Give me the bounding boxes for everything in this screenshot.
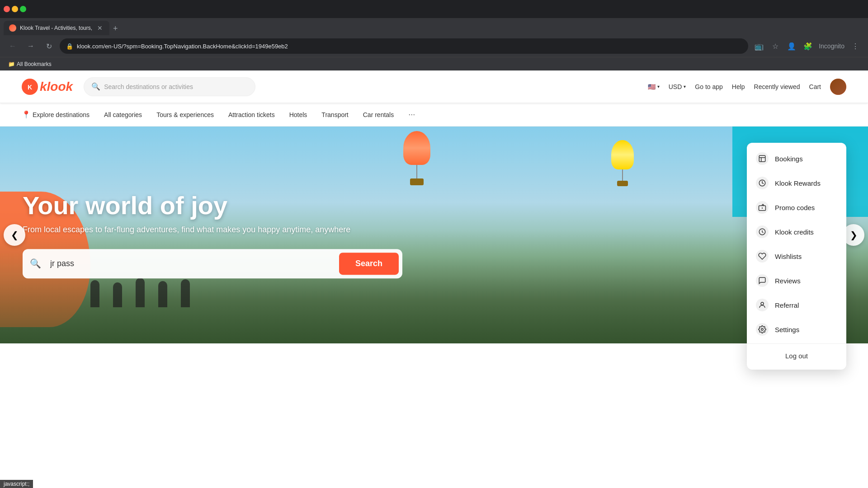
logo-icon: K <box>22 79 38 95</box>
klook-logo[interactable]: K klook <box>22 79 73 95</box>
active-tab[interactable]: Klook Travel - Activities, tours, ✕ <box>4 21 109 35</box>
currency-label: USD <box>669 83 682 90</box>
nav-tours[interactable]: Tours & experiences <box>156 111 214 118</box>
nav-explore[interactable]: 📍 Explore destinations <box>22 110 90 119</box>
referral-icon <box>756 299 769 311</box>
close-button[interactable] <box>4 6 10 12</box>
svg-point-9 <box>761 302 764 305</box>
dropdown-item-promo[interactable]: Promo codes <box>747 195 846 220</box>
credits-label: Klook credits <box>775 228 814 236</box>
user-avatar[interactable] <box>830 79 846 95</box>
user-dropdown-menu: Bookings Klook Rewards Promo codes <box>747 143 846 370</box>
go-to-app-link[interactable]: Go to app <box>695 83 723 90</box>
bookmarks-bar: 📁 All Bookmarks <box>0 57 868 70</box>
settings-label: Settings <box>775 326 799 333</box>
header-search-input[interactable] <box>104 83 248 90</box>
status-text: javascript:; <box>4 481 29 487</box>
dropdown-logout-button[interactable]: Log out <box>747 346 846 366</box>
recently-viewed-link[interactable]: Recently viewed <box>754 83 800 90</box>
wishlists-label: Wishlists <box>775 253 802 260</box>
new-tab-button[interactable]: + <box>109 22 122 35</box>
nav-explore-label: Explore destinations <box>33 111 90 118</box>
back-button[interactable]: ← <box>5 39 20 53</box>
header-navigation: 🇺🇸 ▾ USD ▾ Go to app Help Recently viewe… <box>648 79 846 95</box>
nav-categories[interactable]: All categories <box>104 111 142 118</box>
dropdown-item-rewards[interactable]: Klook Rewards <box>747 171 846 195</box>
site-header: K klook 🔍 🇺🇸 ▾ USD ▾ Go to app Help <box>0 70 868 103</box>
currency-arrow: ▾ <box>684 84 686 89</box>
hero-prev-button[interactable]: ❮ <box>4 224 25 246</box>
reload-button[interactable]: ↻ <box>42 39 56 53</box>
dropdown-item-reviews[interactable]: Reviews <box>747 268 846 293</box>
menu-button[interactable]: ⋮ <box>848 39 863 53</box>
hero-search-bar: 🔍 Search <box>23 249 402 278</box>
bookmarks-folder[interactable]: 📁 All Bookmarks <box>5 60 54 68</box>
bookmarks-label: All Bookmarks <box>17 61 52 67</box>
tabs-bar: Klook Travel - Activities, tours, ✕ + <box>0 18 868 35</box>
tab-favicon <box>9 24 16 32</box>
nav-categories-label: All categories <box>104 111 142 118</box>
nav-car-rentals[interactable]: Car rentals <box>363 111 394 118</box>
nav-transport[interactable]: Transport <box>321 111 348 118</box>
reviews-label: Reviews <box>775 277 801 285</box>
incognito-label: Incognito <box>817 42 846 50</box>
help-link[interactable]: Help <box>732 83 745 90</box>
referral-label: Referral <box>775 301 799 309</box>
dropdown-item-wishlists[interactable]: Wishlists <box>747 244 846 268</box>
hero-search-button[interactable]: Search <box>339 253 399 275</box>
status-bar: javascript:; <box>0 480 33 488</box>
nav-attractions[interactable]: Attraction tickets <box>228 111 275 118</box>
bookings-label: Bookings <box>775 155 803 163</box>
dropdown-item-bookings[interactable]: Bookings <box>747 146 846 171</box>
reviews-icon <box>756 274 769 287</box>
hero-silhouettes <box>90 278 190 307</box>
nav-hotels[interactable]: Hotels <box>289 111 307 118</box>
logo-text: klook <box>40 80 73 94</box>
folder-icon: 📁 <box>8 61 15 67</box>
url-display: klook.com/en-US/?spm=Booking.TopNavigati… <box>77 43 742 50</box>
minimize-button[interactable] <box>12 6 18 12</box>
dropdown-item-referral[interactable]: Referral <box>747 293 846 317</box>
dropdown-arrow: ▾ <box>657 84 660 89</box>
logout-label: Log out <box>785 352 808 360</box>
hero-search-icon: 🔍 <box>30 258 41 269</box>
hero-content: Your world of joy From local escapes to … <box>23 192 402 278</box>
balloon-2 <box>611 140 634 186</box>
cart-button[interactable]: Cart <box>809 83 821 90</box>
currency-selector[interactable]: USD ▾ <box>669 83 686 90</box>
dropdown-item-credits[interactable]: Klook credits <box>747 220 846 244</box>
cast-icon[interactable]: 📺 <box>752 39 766 53</box>
window-controls <box>4 6 26 12</box>
profile-icon[interactable]: 👤 <box>784 39 799 53</box>
nav-attractions-label: Attraction tickets <box>228 111 275 118</box>
nav-hotels-label: Hotels <box>289 111 307 118</box>
tab-title: Klook Travel - Activities, tours, <box>20 25 92 31</box>
svg-rect-2 <box>759 155 765 162</box>
hero-search-input[interactable] <box>45 254 335 273</box>
wishlists-icon <box>756 250 769 263</box>
dropdown-divider <box>747 343 846 344</box>
extensions-icon[interactable]: 🧩 <box>801 39 815 53</box>
browser-frame: Klook Travel - Activities, tours, ✕ + ← … <box>0 0 868 488</box>
promo-label: Promo codes <box>775 204 815 211</box>
website-content: K klook 🔍 🇺🇸 ▾ USD ▾ Go to app Help <box>0 70 868 488</box>
forward-button[interactable]: → <box>24 39 38 53</box>
dropdown-item-settings[interactable]: Settings <box>747 317 846 342</box>
toolbar-actions: 📺 ☆ 👤 🧩 Incognito ⋮ <box>752 39 863 53</box>
nav-tours-label: Tours & experiences <box>156 111 214 118</box>
maximize-button[interactable] <box>20 6 26 12</box>
flag-icon: 🇺🇸 <box>648 83 656 90</box>
language-selector[interactable]: 🇺🇸 ▾ <box>648 83 660 90</box>
bookmark-icon[interactable]: ☆ <box>768 39 783 53</box>
header-search-bar[interactable]: 🔍 <box>84 77 255 96</box>
hero-subtitle: From local escapes to far-flung adventur… <box>23 225 402 235</box>
settings-icon <box>756 323 769 336</box>
tab-close-button[interactable]: ✕ <box>96 24 104 32</box>
address-bar[interactable]: 🔒 klook.com/en-US/?spm=Booking.TopNaviga… <box>60 38 748 54</box>
rewards-icon <box>756 177 769 189</box>
balloon-1 <box>403 131 430 185</box>
titlebar <box>0 0 868 18</box>
nav-more-button[interactable]: ··· <box>408 110 415 119</box>
header-search-icon: 🔍 <box>91 82 100 91</box>
svg-text:K: K <box>28 84 32 91</box>
